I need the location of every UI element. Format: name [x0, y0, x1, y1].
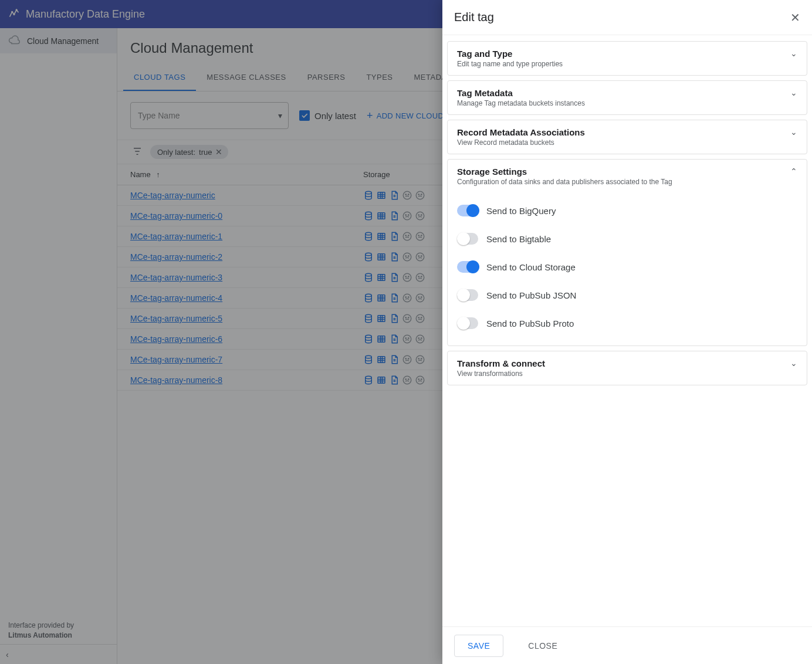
- chevron-down-icon: ⌄: [790, 127, 797, 137]
- panel-subtitle: View Record metadata buckets: [457, 138, 585, 147]
- panel-tag-metadata: Tag Metadata Manage Tag metadata buckets…: [447, 80, 807, 115]
- chevron-down-icon: ⌄: [790, 88, 797, 97]
- panel-subtitle: Edit tag name and type properties: [457, 60, 563, 68]
- toggle-label: Send to Cloud Storage: [486, 262, 576, 272]
- storage-toggle-row: Send to PubSub Proto: [457, 309, 797, 337]
- toggle-label: Send to PubSub Proto: [486, 319, 574, 328]
- toggle-label: Send to BigQuery: [486, 206, 556, 216]
- chevron-down-icon: ⌄: [790, 358, 797, 368]
- storage-toggles: Send to BigQuerySend to BigtableSend to …: [448, 193, 807, 345]
- toggle-switch[interactable]: [457, 233, 478, 245]
- panel-transform-connect-header[interactable]: Transform & connect View transformations…: [448, 351, 807, 385]
- storage-toggle-row: Send to BigQuery: [457, 197, 797, 225]
- toggle-label: Send to Bigtable: [486, 234, 551, 244]
- panel-subtitle: View transformations: [457, 370, 545, 378]
- panel-subtitle: Manage Tag metadata buckets instances: [457, 99, 585, 107]
- panel-record-metadata: Record Metadata Associations View Record…: [447, 120, 807, 154]
- panel-title: Tag and Type: [457, 49, 563, 59]
- save-button[interactable]: SAVE: [454, 635, 503, 657]
- drawer-footer: SAVE CLOSE: [442, 626, 812, 664]
- panel-storage-settings: Storage Settings Configuration of data s…: [447, 159, 807, 346]
- storage-toggle-row: Send to Bigtable: [457, 225, 797, 253]
- panel-title: Record Metadata Associations: [457, 127, 585, 137]
- panel-record-metadata-header[interactable]: Record Metadata Associations View Record…: [448, 120, 807, 154]
- close-icon[interactable]: ✕: [790, 11, 800, 25]
- storage-toggle-row: Send to Cloud Storage: [457, 253, 797, 281]
- panel-tag-and-type: Tag and Type Edit tag name and type prop…: [447, 41, 807, 76]
- panel-storage-settings-header[interactable]: Storage Settings Configuration of data s…: [448, 160, 807, 193]
- toggle-label: Send to PubSub JSON: [486, 290, 576, 300]
- chevron-down-icon: ⌄: [790, 49, 797, 58]
- chevron-up-icon: ⌃: [790, 167, 797, 176]
- panel-title: Storage Settings: [457, 167, 672, 177]
- panel-transform-connect: Transform & connect View transformations…: [447, 351, 807, 385]
- toggle-switch[interactable]: [457, 261, 478, 273]
- panel-title: Transform & connect: [457, 358, 545, 368]
- panel-title: Tag Metadata: [457, 88, 585, 98]
- drawer-title: Edit tag: [454, 11, 494, 24]
- storage-toggle-row: Send to PubSub JSON: [457, 281, 797, 309]
- toggle-switch[interactable]: [457, 317, 478, 329]
- toggle-switch[interactable]: [457, 205, 478, 216]
- edit-tag-drawer: Edit tag ✕ Tag and Type Edit tag name an…: [442, 0, 812, 664]
- panel-tag-metadata-header[interactable]: Tag Metadata Manage Tag metadata buckets…: [448, 81, 807, 114]
- panel-subtitle: Configuration of data sinks and data pub…: [457, 178, 672, 186]
- drawer-body: Tag and Type Edit tag name and type prop…: [442, 35, 812, 626]
- close-button[interactable]: CLOSE: [515, 635, 570, 657]
- panel-tag-and-type-header[interactable]: Tag and Type Edit tag name and type prop…: [448, 42, 807, 75]
- toggle-switch[interactable]: [457, 289, 478, 301]
- drawer-header: Edit tag ✕: [442, 0, 812, 35]
